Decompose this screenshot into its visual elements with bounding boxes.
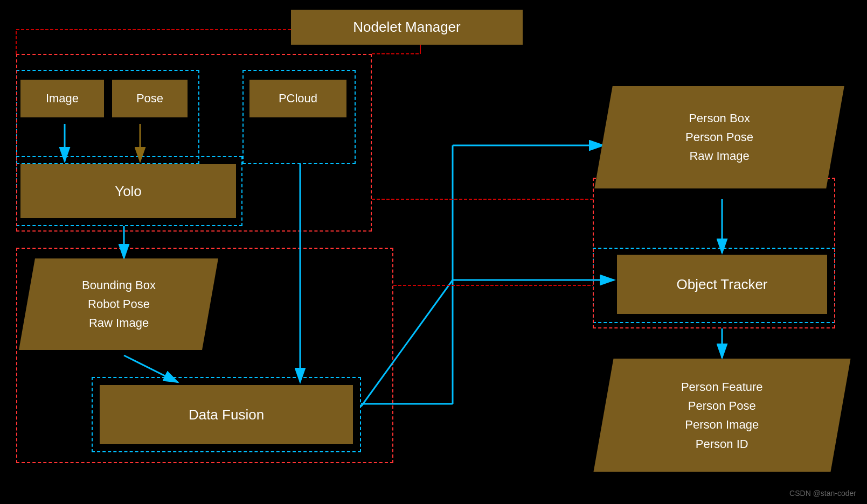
pose-label: Pose — [136, 92, 163, 106]
nodelet-manager-node: Nodelet Manager — [291, 10, 523, 45]
pcloud-label: PCloud — [279, 92, 317, 106]
person-box-label: Person BoxPerson PoseRaw Image — [685, 109, 753, 166]
bounding-box-node: Bounding BoxRobot PoseRaw Image — [19, 258, 218, 350]
person-feature-label: Person FeaturePerson PosePerson ImagePer… — [681, 377, 763, 453]
nodelet-manager-label: Nodelet Manager — [353, 19, 460, 36]
watermark: CSDN @stan-coder — [789, 489, 856, 498]
pose-node: Pose — [112, 80, 188, 117]
object-tracker-label: Object Tracker — [676, 276, 767, 293]
object-tracker-node: Object Tracker — [617, 255, 827, 314]
diagram-container: Nodelet Manager Image Pose PCloud Yolo B… — [0, 0, 867, 504]
yolo-label: Yolo — [115, 183, 142, 200]
pcloud-node: PCloud — [249, 80, 346, 117]
person-box-node: Person BoxPerson PoseRaw Image — [594, 86, 844, 188]
data-fusion-node: Data Fusion — [100, 385, 353, 444]
bounding-box-label: Bounding BoxRobot PoseRaw Image — [82, 276, 156, 333]
person-feature-node: Person FeaturePerson PosePerson ImagePer… — [593, 359, 850, 472]
data-fusion-label: Data Fusion — [189, 407, 264, 423]
image-label: Image — [46, 92, 79, 106]
yolo-node: Yolo — [20, 164, 236, 218]
image-node: Image — [20, 80, 104, 117]
